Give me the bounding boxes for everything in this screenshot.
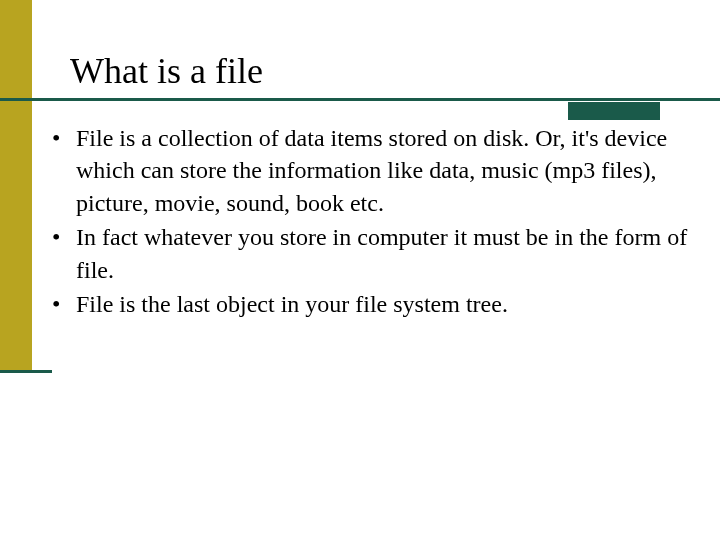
bullet-text: File is a collection of data items store…: [76, 122, 708, 219]
slide-content: • File is a collection of data items sto…: [48, 122, 708, 322]
bullet-dot-icon: •: [48, 288, 76, 320]
slide-title: What is a file: [70, 50, 263, 92]
bullet-text: File is the last object in your file sys…: [76, 288, 708, 320]
bottom-tick: [0, 370, 52, 373]
bullet-dot-icon: •: [48, 122, 76, 154]
left-accent-bar: [0, 0, 32, 370]
accent-box: [568, 102, 660, 120]
bullet-dot-icon: •: [48, 221, 76, 253]
bullet-item: • In fact whatever you store in computer…: [48, 221, 708, 286]
bullet-text: In fact whatever you store in computer i…: [76, 221, 708, 286]
bullet-item: • File is a collection of data items sto…: [48, 122, 708, 219]
title-underline: [0, 98, 720, 101]
bullet-item: • File is the last object in your file s…: [48, 288, 708, 320]
